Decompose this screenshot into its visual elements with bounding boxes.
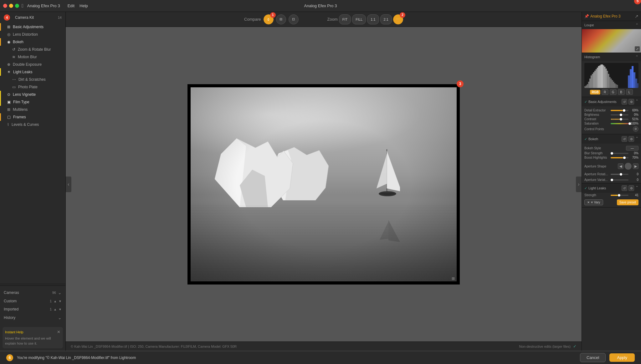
- compare-full-btn[interactable]: ⊡: [289, 14, 299, 24]
- contrast-thumb[interactable]: [620, 118, 622, 120]
- saturation-thumb[interactable]: [628, 122, 631, 125]
- ll-settings-btn[interactable]: ⚙: [628, 185, 634, 191]
- bokeh-reset-btn[interactable]: ↺: [622, 136, 627, 142]
- control-points-gear-btn[interactable]: ⚙: [633, 126, 638, 132]
- menu-help[interactable]: Help: [79, 3, 88, 8]
- save-preset-btn[interactable]: Save preset: [617, 199, 638, 205]
- kit-item-dirt-scratches[interactable]: ⋯ Dirt & Scratches: [0, 76, 65, 83]
- kit-item-basic-adjustments[interactable]: ⊞ Basic Adjustments: [0, 23, 65, 31]
- bottom-status-text: You're modifying "© Kah-Wai Lin _DSF9864…: [17, 356, 136, 360]
- kit-item-film-type[interactable]: ▣ Film Type: [0, 98, 65, 106]
- svg-marker-7: [377, 154, 387, 188]
- cancel-button[interactable]: Cancel: [580, 353, 606, 362]
- ll-strength-slider[interactable]: [611, 195, 628, 196]
- aperture-variance-thumb[interactable]: [611, 179, 613, 181]
- app-name: Analog Efex Pro 3: [27, 3, 60, 8]
- expand-icon[interactable]: ↗: [635, 14, 638, 19]
- kit-item-bokeh[interactable]: ◉ Bokeh: [0, 38, 65, 46]
- aperture-rotate-thumb[interactable]: [620, 173, 622, 176]
- zoom-fit-btn[interactable]: FIT: [339, 14, 351, 24]
- ll-strength-thumb[interactable]: [618, 194, 620, 197]
- histogram-header[interactable]: Histogram ⌃: [582, 53, 641, 61]
- boost-highlights-slider[interactable]: [611, 157, 628, 158]
- kit-item-lens-vignette[interactable]: ⊙ Lens Vignette: [0, 91, 65, 98]
- bokeh-header[interactable]: ✓ Bokeh ↺ ⚙ ⌃: [582, 134, 641, 144]
- detail-extractor-slider[interactable]: [611, 110, 628, 111]
- stepper-icon[interactable]: ▲: [54, 308, 57, 311]
- kit-item-frames[interactable]: ▢ Frames: [0, 113, 65, 121]
- saturation-fill: [611, 123, 628, 124]
- hist-g-btn[interactable]: G: [610, 89, 617, 95]
- camera-kit-header[interactable]: 4 Camera Kit 14: [0, 12, 65, 23]
- loupe-expand-btn[interactable]: ⤢: [635, 46, 640, 51]
- ba-check-icon: ✓: [584, 100, 587, 104]
- saturation-slider[interactable]: [611, 123, 628, 124]
- kit-item-light-leaks[interactable]: ☀ Light Leaks: [0, 68, 65, 76]
- blur-strength-slider[interactable]: [611, 153, 628, 154]
- kit-item-multilens[interactable]: ⊞ Multilens: [0, 106, 65, 113]
- kit-item-label: Levels & Curves: [12, 122, 39, 127]
- basic-adjustments-header[interactable]: ✓ Basic Adjustments ↺ ⚙ ⌃: [582, 97, 641, 106]
- vary-label: ✕ Vary: [591, 201, 600, 204]
- zoom-1to1-btn[interactable]: 1:1: [367, 14, 379, 24]
- bokeh-style-value[interactable]: —: [626, 146, 638, 151]
- ba-reset-btn[interactable]: ↺: [622, 99, 627, 105]
- collapse-left-btn[interactable]: ‹: [66, 177, 71, 192]
- blur-strength-value: 0%: [630, 151, 638, 155]
- zoom-2to1-btn[interactable]: 2:1: [380, 14, 392, 24]
- custom-row[interactable]: Custom 1 ▲ ▼: [0, 297, 65, 305]
- svg-rect-37: [617, 85, 618, 88]
- light-leaks-header[interactable]: ✓ Light Leaks ↺ ⚙ ⌃: [582, 183, 641, 193]
- hist-r-btn[interactable]: R: [602, 89, 608, 95]
- contrast-slider[interactable]: [611, 119, 628, 120]
- hist-b-btn[interactable]: B: [618, 89, 625, 95]
- loupe-header[interactable]: Loupe ⌃: [582, 21, 641, 29]
- svg-rect-23: [599, 65, 601, 88]
- kit-item-double-exposure[interactable]: ⊕ Double Exposure: [0, 61, 65, 68]
- vary-btn[interactable]: ✕ ✕ Vary: [584, 199, 603, 205]
- blur-strength-thumb[interactable]: [611, 152, 613, 155]
- boost-highlights-thumb[interactable]: [623, 156, 626, 159]
- detail-extractor-thumb[interactable]: [623, 109, 625, 112]
- hist-l-btn[interactable]: L: [626, 89, 633, 95]
- compare-side-btn[interactable]: ⊟: [276, 14, 286, 24]
- compare-split-btn[interactable]: ⧮ 1: [264, 14, 274, 24]
- svg-rect-32: [611, 79, 612, 88]
- histogram-section: Histogram ⌃: [582, 53, 641, 97]
- kit-item-levels-curves[interactable]: ⌇ Levels & Curves: [0, 121, 65, 128]
- menu-edit[interactable]: Edit: [68, 3, 74, 8]
- aperture-controls: ◀ ▶: [618, 163, 638, 170]
- kit-list: ⊞ Basic Adjustments ◎ Lens Distortion ◉ …: [0, 23, 65, 283]
- analog-logo-label: Analog Efex Pro 3: [590, 14, 621, 18]
- imported-row[interactable]: Imported 1 ▲ ▼: [0, 305, 65, 313]
- ba-settings-btn[interactable]: ⚙: [628, 99, 634, 105]
- aperture-variance-label: Aperture Variat...: [584, 178, 609, 182]
- zoom-badge-btn[interactable]: ⋯ 2: [393, 14, 403, 24]
- aperture-next-btn[interactable]: ▶: [633, 163, 638, 169]
- ll-reset-btn[interactable]: ↺: [622, 185, 627, 191]
- close-icon[interactable]: ✕: [57, 330, 60, 334]
- aperture-variance-slider[interactable]: [611, 179, 628, 181]
- history-row[interactable]: History ⌄: [0, 313, 65, 322]
- analog-logo: 📌 Analog Efex Pro 3: [584, 14, 621, 18]
- minimize-button[interactable]: [9, 4, 13, 8]
- close-button[interactable]: [3, 4, 7, 8]
- kit-item-motion-blur[interactable]: ≋ Motion Blur: [0, 53, 65, 61]
- divider-1: [0, 284, 65, 284]
- maximize-button[interactable]: [15, 4, 19, 8]
- bokeh-settings-btn[interactable]: ⚙: [628, 136, 634, 142]
- kit-item-lens-distortion[interactable]: ◎ Lens Distortion: [0, 31, 65, 38]
- hist-rgb-btn[interactable]: RGB: [590, 90, 600, 95]
- zoom-fill-btn[interactable]: FILL: [352, 14, 366, 24]
- aperture-prev-btn[interactable]: ◀: [618, 163, 623, 169]
- aperture-rotate-slider[interactable]: [611, 174, 628, 175]
- collapse-right-btn[interactable]: ›: [576, 177, 582, 192]
- brightness-thumb[interactable]: [620, 114, 622, 116]
- cameras-row[interactable]: Cameras 96 ⌄: [0, 288, 65, 297]
- kit-item-photo-plate[interactable]: ▭ Photo Plate: [0, 83, 65, 91]
- stepper-up-icon[interactable]: ▲: [54, 300, 57, 303]
- dirt-icon: ⋯: [12, 77, 16, 82]
- brightness-slider[interactable]: [611, 114, 628, 115]
- kit-item-zoom-rotate[interactable]: ↺ Zoom & Rotate Blur: [0, 46, 65, 53]
- apply-button[interactable]: Apply: [609, 353, 635, 362]
